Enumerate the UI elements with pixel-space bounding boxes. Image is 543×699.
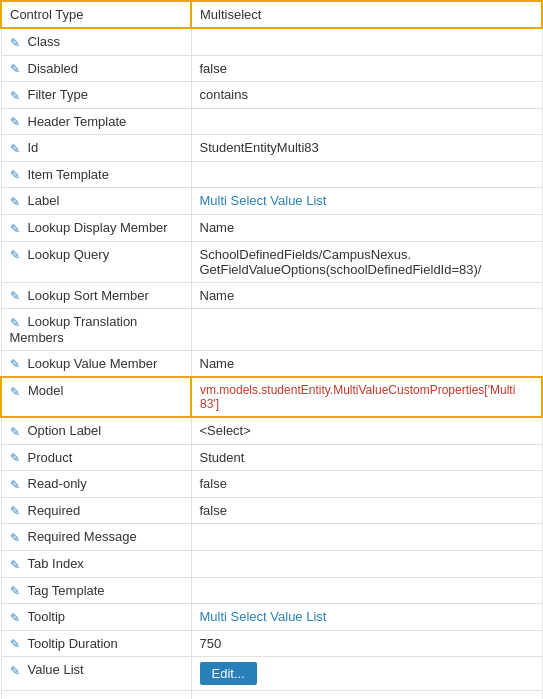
row-label: ✎Label [1,188,191,215]
table-row: ✎Required false [1,497,542,524]
row-value: Multi Select Value List [191,604,542,631]
row-label: ✎Lookup Sort Member [1,282,191,309]
edit-icon: ✎ [10,451,24,465]
row-label: ✎Tooltip [1,604,191,631]
table-row: ✎Tooltip Multi Select Value List [1,604,542,631]
table-row: ✎Lookup Query SchoolDefinedFields/Campus… [1,241,542,282]
model-value: vm.models.studentEntity.MultiValueCustom… [191,377,542,417]
edit-icon: ✎ [10,316,24,330]
edit-icon: ✎ [10,425,24,439]
table-row: ✎Visible true [1,691,542,699]
row-value [191,577,542,604]
row-value [191,524,542,551]
edit-icon: ✎ [10,558,24,572]
row-value: Multi Select Value List [191,188,542,215]
table-row: ✎Tag Template [1,577,542,604]
edit-icon: ✎ [10,504,24,518]
table-row: ✎Lookup Translation Members [1,309,542,351]
row-label: ✎Visible [1,691,191,699]
edit-icon: ✎ [10,248,24,262]
row-value: false [191,55,542,82]
edit-icon: ✎ [10,357,24,371]
row-value: 750 [191,630,542,657]
row-label: ✎Id [1,135,191,162]
row-label: ✎Tab Index [1,551,191,578]
row-label: ✎Item Template [1,161,191,188]
table-row: ✎Lookup Display Member Name [1,214,542,241]
edit-icon: ✎ [10,62,24,76]
row-label: ✎Product [1,444,191,471]
header-value: Multiselect [191,1,542,28]
edit-button[interactable]: Edit... [200,662,257,685]
edit-icon: ✎ [10,385,24,399]
table-row: ✎Filter Type contains [1,82,542,109]
row-value: false [191,471,542,498]
properties-table: Control Type Multiselect ✎Class ✎Disable… [0,0,543,699]
row-label: ✎Lookup Display Member [1,214,191,241]
table-row: ✎Read-only false [1,471,542,498]
edit-icon: ✎ [10,584,24,598]
table-row: ✎Lookup Sort Member Name [1,282,542,309]
table-row: ✎Disabled false [1,55,542,82]
model-row: ✎Model vm.models.studentEntity.MultiValu… [1,377,542,417]
edit-icon: ✎ [10,478,24,492]
edit-icon: ✎ [10,222,24,236]
row-value [191,28,542,55]
row-value [191,309,542,351]
row-value [191,108,542,135]
row-value: false [191,497,542,524]
edit-icon: ✎ [10,168,24,182]
table-row: ✎Tab Index [1,551,542,578]
edit-icon: ✎ [10,195,24,209]
table-row: ✎Item Template [1,161,542,188]
row-label: ✎Value List [1,657,191,691]
row-label: ✎Tooltip Duration [1,630,191,657]
header-row: Control Type Multiselect [1,1,542,28]
row-label: ✎Lookup Translation Members [1,309,191,351]
edit-icon: ✎ [10,36,24,50]
table-row: ✎Lookup Value Member Name [1,350,542,377]
edit-icon: ✎ [10,289,24,303]
row-value: Name [191,214,542,241]
row-label: ✎Header Template [1,108,191,135]
row-value: Edit... [191,657,542,691]
table-row: ✎Id StudentEntityMulti83 [1,135,542,162]
row-value: SchoolDefinedFields/CampusNexus. GetFiel… [191,241,542,282]
row-value: StudentEntityMulti83 [191,135,542,162]
model-label: ✎Model [1,377,191,417]
header-label-text: Control Type [10,7,83,22]
table-row: ✎Product Student [1,444,542,471]
row-label: ✎Option Label [1,417,191,444]
edit-icon: ✎ [10,531,24,545]
edit-icon: ✎ [10,664,24,678]
row-value [191,161,542,188]
table-row: ✎Label Multi Select Value List [1,188,542,215]
header-value-text: Multiselect [200,7,261,22]
edit-icon: ✎ [10,115,24,129]
edit-icon: ✎ [10,89,24,103]
row-value: contains [191,82,542,109]
row-value: Name [191,350,542,377]
row-label: ✎Lookup Value Member [1,350,191,377]
row-label: ✎Read-only [1,471,191,498]
row-label: ✎Class [1,28,191,55]
table-row: ✎Header Template [1,108,542,135]
edit-icon: ✎ [10,611,24,625]
table-row: ✎Value List Edit... [1,657,542,691]
row-label: ✎Lookup Query [1,241,191,282]
row-label: ✎Tag Template [1,577,191,604]
row-label: ✎Required Message [1,524,191,551]
row-value: Name [191,282,542,309]
row-value [191,551,542,578]
edit-icon: ✎ [10,142,24,156]
row-value: <Select> [191,417,542,444]
row-label: ✎Filter Type [1,82,191,109]
header-label: Control Type [1,1,191,28]
table-row: ✎Required Message [1,524,542,551]
row-value: Student [191,444,542,471]
row-label: ✎Required [1,497,191,524]
row-label: ✎Disabled [1,55,191,82]
table-row: ✎Tooltip Duration 750 [1,630,542,657]
table-row: ✎Class [1,28,542,55]
edit-icon: ✎ [10,637,24,651]
